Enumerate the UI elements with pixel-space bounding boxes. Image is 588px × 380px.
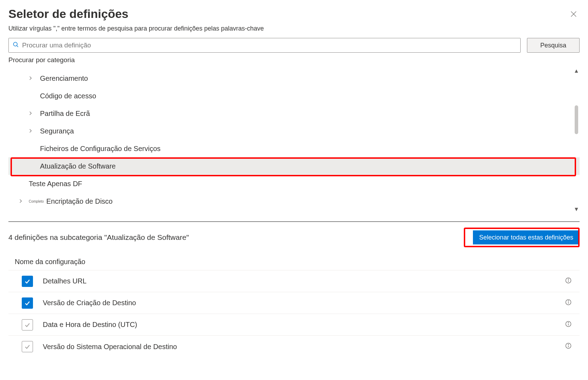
category-item[interactable]: Gerenciamento <box>8 70 580 87</box>
search-icon <box>12 41 19 50</box>
category-item[interactable]: Teste Apenas DF <box>8 175 580 192</box>
setting-name: Versão do Sistema Operacional de Destino <box>43 343 177 351</box>
browse-label: Procurar por categoria <box>8 56 580 64</box>
svg-point-2 <box>13 42 17 46</box>
search-button[interactable]: Pesquisa <box>527 38 580 53</box>
category-item[interactable]: Ficheiros de Configuração de Serviços <box>8 140 580 157</box>
checkbox-checked[interactable] <box>22 297 33 309</box>
svg-point-15 <box>568 344 568 345</box>
chevron-right-icon <box>18 197 23 205</box>
setting-row[interactable]: Detalhes URL <box>8 270 580 292</box>
setting-name: Detalhes URL <box>43 277 87 285</box>
search-hint: Utilizar vírgulas "," entre termos de pe… <box>8 25 580 32</box>
checkbox-unchecked[interactable] <box>22 319 33 330</box>
checkbox-checked[interactable] <box>22 276 33 287</box>
category-item[interactable]: Partilha de Ecrã <box>8 105 580 122</box>
info-icon[interactable] <box>565 299 572 307</box>
category-item-selected[interactable]: Atualização de Software <box>8 157 580 175</box>
svg-point-6 <box>568 279 568 279</box>
category-label: Encriptação de Disco <box>46 197 113 205</box>
search-input-container[interactable] <box>8 38 521 53</box>
checkbox-unchecked[interactable] <box>22 341 33 352</box>
svg-point-9 <box>568 301 568 301</box>
setting-row[interactable]: Data e Hora de Destino (UTC) <box>8 314 580 336</box>
svg-line-3 <box>17 46 18 47</box>
category-badge: Completo <box>29 199 44 203</box>
page-title: Seletor de definições <box>8 7 128 21</box>
category-label: Teste Apenas DF <box>29 180 82 188</box>
category-tree: Gerenciamento Código de acesso Partilha … <box>8 66 580 216</box>
setting-name: Data e Hora de Destino (UTC) <box>43 321 137 329</box>
search-input[interactable] <box>22 41 517 49</box>
setting-name: Versão de Criação de Destino <box>43 299 136 307</box>
setting-row[interactable]: Versão do Sistema Operacional de Destino <box>8 336 580 358</box>
category-label: Segurança <box>40 127 74 135</box>
scroll-down-icon[interactable]: ▼ <box>573 207 580 212</box>
chevron-right-icon <box>28 110 33 118</box>
info-icon[interactable] <box>565 320 572 329</box>
subcategory-count: 4 definições na subcategoria "Atualizaçã… <box>8 233 189 242</box>
svg-point-12 <box>568 322 568 323</box>
column-header: Nome da configuração <box>8 254 580 270</box>
chevron-right-icon <box>28 74 33 83</box>
chevron-right-icon <box>28 127 33 135</box>
category-label: Ficheiros de Configuração de Serviços <box>40 145 161 153</box>
scrollbar[interactable]: ▲ ▼ <box>573 68 580 212</box>
scroll-thumb[interactable] <box>575 105 578 134</box>
category-label: Atualização de Software <box>40 162 116 170</box>
category-item[interactable]: Segurança <box>8 122 580 140</box>
info-icon[interactable] <box>565 342 572 351</box>
divider <box>8 221 580 222</box>
close-icon[interactable] <box>570 9 577 20</box>
category-item[interactable]: Completo Encriptação de Disco <box>8 192 580 210</box>
select-all-button[interactable]: Selecionar todas estas definições <box>473 230 580 244</box>
info-icon[interactable] <box>565 277 572 286</box>
category-label: Partilha de Ecrã <box>40 110 90 118</box>
category-label: Código de acesso <box>40 92 96 100</box>
scroll-up-icon[interactable]: ▲ <box>573 68 580 74</box>
category-label: Gerenciamento <box>40 74 88 83</box>
setting-row[interactable]: Versão de Criação de Destino <box>8 292 580 314</box>
category-item[interactable]: Código de acesso <box>8 87 580 105</box>
